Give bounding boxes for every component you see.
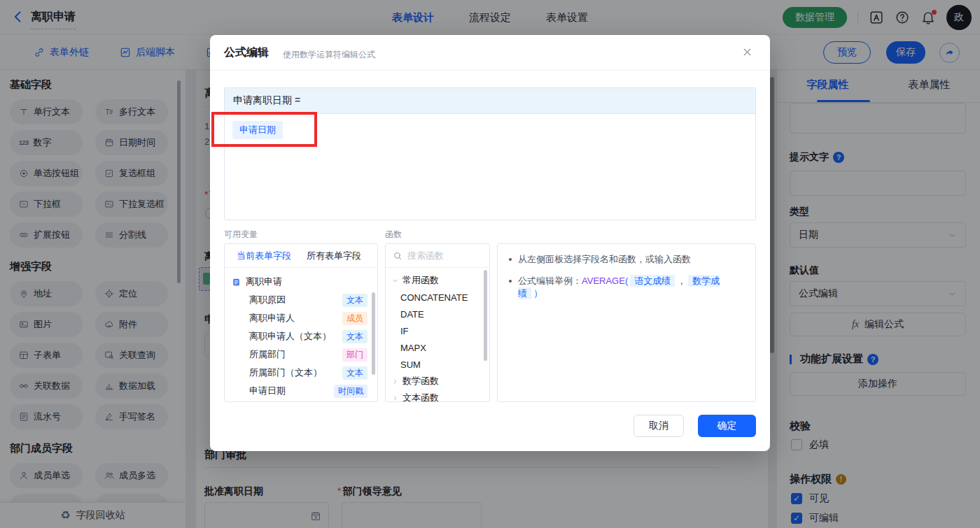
function-search-input[interactable]: 搜索函数 [386,244,489,268]
variable-row-申请日期[interactable]: 申请日期时间戳 [232,382,372,400]
variable-row-所属部门（文本）[interactable]: 所属部门（文本）文本 [232,364,372,382]
variable-name: 离职原因 [249,294,286,306]
app-root: 离职申请 表单设计流程设定表单设置 数据管理 政 表单外链后端脚本数据权 预览 … [0,0,980,528]
variable-type-badge: 部门 [342,348,368,362]
divider [210,70,770,71]
function-group-label: 常用函数 [402,274,439,287]
function-group-常用函数[interactable]: 常用函数 [386,272,489,289]
bullet [509,258,512,261]
variable-type-badge: 文本 [342,330,368,343]
modal-subtitle: 使用数学运算符编辑公式 [283,49,375,61]
function-item-MAPX[interactable]: MAPX [386,339,489,356]
variable-row-离职申请人（文本）[interactable]: 离职申请人（文本）文本 [232,327,372,345]
formula-token[interactable]: 申请日期 [232,121,283,139]
variables-tabs: 当前表单字段所有表单字段 [225,244,377,268]
functions-label: 函数 [385,229,402,241]
hint-line-1: 从左侧面板选择字段名和函数，或输入函数 [509,253,744,266]
function-list: 常用函数CONCATENATEDATEIFMAPXSUM数学函数文本函数 [386,268,489,402]
function-group-label: 文本函数 [402,392,439,402]
variables-panel: 当前表单字段所有表单字段 离职申请 离职原因文本离职申请人成员离职申请人（文本）… [224,243,378,402]
variables-tab-当前表单字段[interactable]: 当前表单字段 [237,250,291,262]
formula-input-area[interactable]: 申请日期 [225,114,755,220]
variable-row-所属部门[interactable]: 所属部门部门 [232,345,372,364]
chevron-right-icon [391,394,399,402]
variable-row-离职原因[interactable]: 离职原因文本 [232,291,372,309]
variable-type-badge: 成员 [342,312,368,325]
function-group-文本函数[interactable]: 文本函数 [386,390,489,402]
chevron-down-icon [391,277,399,285]
confirm-button[interactable]: 确定 [698,415,756,437]
close-icon[interactable] [741,46,753,58]
formula-edit-modal: 公式编辑 使用数学运算符编辑公式 申请离职日期 = 申请日期 可用变量 当前表单… [210,35,770,451]
example-function-name: AVERAGE [582,276,625,286]
variable-root[interactable]: 离职申请 [232,273,372,291]
function-group-label: 数学函数 [402,375,439,387]
variable-type-badge: 时间戳 [334,385,368,398]
chevron-right-icon [391,378,399,385]
variable-name: 离职申请人（文本） [249,330,331,343]
variable-row-离职申请人[interactable]: 离职申请人成员 [232,309,372,327]
modal-title: 公式编辑 [224,45,269,60]
search-icon [393,251,402,261]
variable-name: 所属部门 [249,348,286,361]
function-item-SUM[interactable]: SUM [386,356,489,373]
form-doc-icon [232,278,241,287]
bullet [509,280,512,283]
formula-editor: 申请离职日期 = 申请日期 [224,87,756,220]
variables-label: 可用变量 [224,229,258,241]
hint-line-2: 公式编辑举例：AVERAGE(语文成绩，数学成绩） [509,275,744,300]
variables-tab-所有表单字段[interactable]: 所有表单字段 [307,250,361,262]
variable-type-badge: 文本 [342,366,368,380]
hint-panel: 从左侧面板选择字段名和函数，或输入函数 公式编辑举例：AVERAGE(语文成绩，… [497,243,756,402]
variable-name: 离职申请人 [249,312,295,324]
example-arg-tag: 语文成绩 [630,275,675,287]
function-item-CONCATENATE[interactable]: CONCATENATE [386,289,489,306]
function-item-DATE[interactable]: DATE [386,306,489,322]
functions-scrollbar[interactable] [484,270,487,361]
variable-name: 申请日期 [249,385,286,397]
formula-target: 申请离职日期 = [225,88,755,114]
functions-panel: 搜索函数 常用函数CONCATENATEDATEIFMAPXSUM数学函数文本函… [385,243,490,402]
cancel-button[interactable]: 取消 [634,415,684,437]
variables-scrollbar[interactable] [372,292,375,375]
variable-root-label: 离职申请 [246,276,282,288]
function-group-数学函数[interactable]: 数学函数 [386,373,489,390]
variable-type-badge: 文本 [342,294,368,307]
function-item-IF[interactable]: IF [386,322,489,339]
search-placeholder: 搜索函数 [407,250,444,262]
variable-name: 所属部门（文本） [249,366,322,379]
variable-list: 离职申请 离职原因文本离职申请人成员离职申请人（文本）文本所属部门部门所属部门（… [225,268,377,400]
